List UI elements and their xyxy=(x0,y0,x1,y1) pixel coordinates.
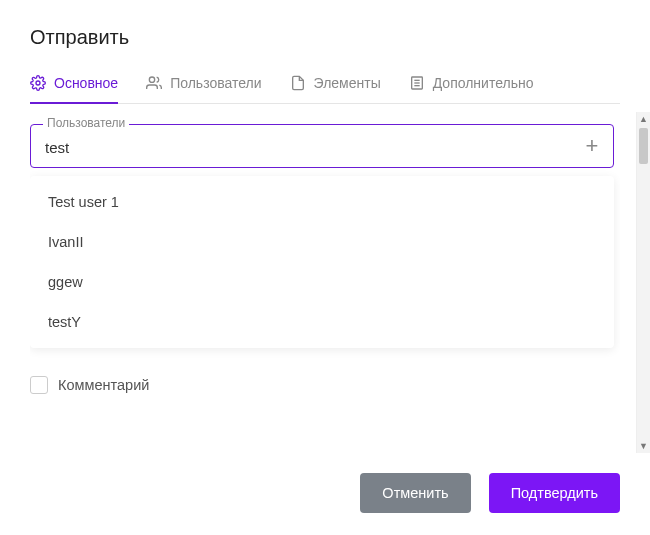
scroll-down-icon[interactable]: ▼ xyxy=(637,439,650,453)
tab-label: Дополнительно xyxy=(433,75,534,91)
suggestions-dropdown: Test user 1 IvanII ggew testY xyxy=(30,176,614,348)
gear-icon xyxy=(30,75,46,91)
plus-icon[interactable]: + xyxy=(581,135,603,157)
users-field: Пользователи + xyxy=(30,124,614,168)
suggestion-item[interactable]: IvanII xyxy=(30,222,614,262)
svg-point-0 xyxy=(36,81,40,85)
scroll-up-icon[interactable]: ▲ xyxy=(637,112,650,126)
tab-elements[interactable]: Элементы xyxy=(290,75,381,103)
suggestion-item[interactable]: Test user 1 xyxy=(30,182,614,222)
comment-checkbox-row: Комментарий xyxy=(30,376,614,394)
dialog-title: Отправить xyxy=(30,26,620,49)
suggestion-item[interactable]: ggew xyxy=(30,262,614,302)
comment-checkbox[interactable] xyxy=(30,376,48,394)
scrollbar[interactable]: ▲ ▼ xyxy=(636,112,650,453)
users-icon xyxy=(146,75,162,91)
tab-main[interactable]: Основное xyxy=(30,75,118,103)
scrollbar-thumb[interactable] xyxy=(639,128,648,164)
dialog-footer: Отменить Подтвердить xyxy=(30,455,620,535)
tab-label: Элементы xyxy=(314,75,381,91)
tab-label: Пользователи xyxy=(170,75,261,91)
users-input[interactable] xyxy=(45,139,571,156)
svg-point-1 xyxy=(149,77,154,82)
send-dialog: Отправить Основное Пользователи Элементы… xyxy=(0,0,650,535)
tabs: Основное Пользователи Элементы Дополните… xyxy=(30,75,620,104)
comment-label: Комментарий xyxy=(58,377,149,393)
tab-additional[interactable]: Дополнительно xyxy=(409,75,534,103)
field-label: Пользователи xyxy=(43,116,129,130)
list-icon xyxy=(409,75,425,91)
cancel-button[interactable]: Отменить xyxy=(360,473,470,513)
tab-label: Основное xyxy=(54,75,118,91)
file-icon xyxy=(290,75,306,91)
confirm-button[interactable]: Подтвердить xyxy=(489,473,620,513)
tab-users[interactable]: Пользователи xyxy=(146,75,261,103)
suggestion-item[interactable]: testY xyxy=(30,302,614,342)
content-area: Пользователи + Test user 1 IvanII ggew t… xyxy=(30,104,620,455)
